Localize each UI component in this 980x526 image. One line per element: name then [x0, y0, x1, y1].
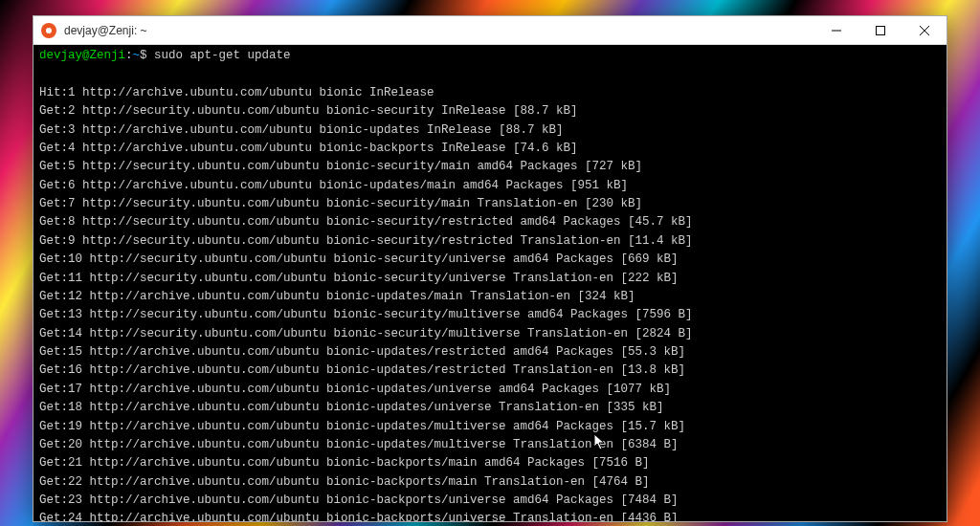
- minimize-button[interactable]: [814, 16, 858, 44]
- svg-rect-1: [877, 26, 885, 34]
- terminal-body[interactable]: devjay@Zenji:~$ sudo apt-get update Hit:…: [33, 45, 947, 521]
- titlebar[interactable]: devjay@Zenji: ~: [33, 16, 947, 45]
- close-button[interactable]: [902, 16, 947, 44]
- output-block: Hit:1 http://archive.ubuntu.com/ubuntu b…: [39, 65, 941, 521]
- terminal-window: devjay@Zenji: ~ devjay@Zenji:~$ sudo apt…: [33, 15, 947, 522]
- prompt-separator: :: [125, 49, 133, 62]
- maximize-button[interactable]: [858, 16, 902, 44]
- window-controls: [814, 16, 947, 44]
- prompt-path: ~: [133, 49, 141, 62]
- command-text: sudo apt-get update: [154, 49, 291, 62]
- prompt-userhost: devjay@Zenji: [39, 49, 125, 62]
- window-title: devjay@Zenji: ~: [64, 24, 814, 37]
- ubuntu-icon: [41, 23, 56, 38]
- prompt-dollar: $: [140, 49, 154, 62]
